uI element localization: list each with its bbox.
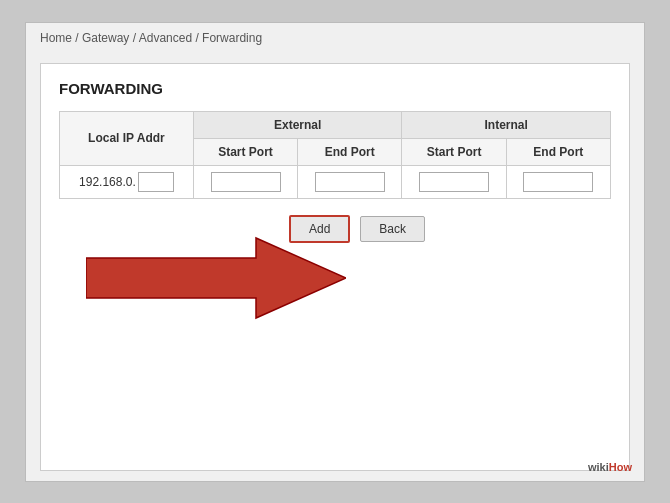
back-button[interactable]: Back [360, 216, 425, 242]
ext-start-port-input[interactable] [211, 172, 281, 192]
screenshot-frame: Home / Gateway / Advanced / Forwarding F… [25, 22, 645, 482]
int-start-port-cell [402, 165, 506, 198]
int-end-port-input[interactable] [523, 172, 593, 192]
ext-end-port-cell [298, 165, 402, 198]
int-start-port-input[interactable] [419, 172, 489, 192]
wikihow-badge: wikiHow [588, 461, 632, 473]
ip-prefix-label: 192.168.0. [79, 175, 136, 189]
local-ip-header: Local IP Addr [60, 111, 194, 165]
internal-group-header: Internal [402, 111, 611, 138]
int-end-port-header: End Port [506, 138, 610, 165]
button-row: Add Back [279, 215, 611, 243]
table-row: 192.168.0. [60, 165, 611, 198]
section-title: FORWARDING [59, 80, 611, 97]
breadcrumb: Home / Gateway / Advanced / Forwarding [26, 23, 644, 53]
ip-last-octet-input[interactable] [138, 172, 174, 192]
how-text: How [609, 461, 632, 473]
int-end-port-cell [506, 165, 610, 198]
int-start-port-header: Start Port [402, 138, 506, 165]
local-ip-cell: 192.168.0. [60, 165, 194, 198]
ext-end-port-header: End Port [298, 138, 402, 165]
external-group-header: External [193, 111, 402, 138]
forwarding-table: Local IP Addr External Internal Start Po… [59, 111, 611, 199]
wiki-text: wiki [588, 461, 609, 473]
add-button[interactable]: Add [289, 215, 350, 243]
ext-start-port-cell [193, 165, 297, 198]
ext-start-port-header: Start Port [193, 138, 297, 165]
ext-end-port-input[interactable] [315, 172, 385, 192]
main-content: FORWARDING Local IP Addr External Intern… [40, 63, 630, 471]
